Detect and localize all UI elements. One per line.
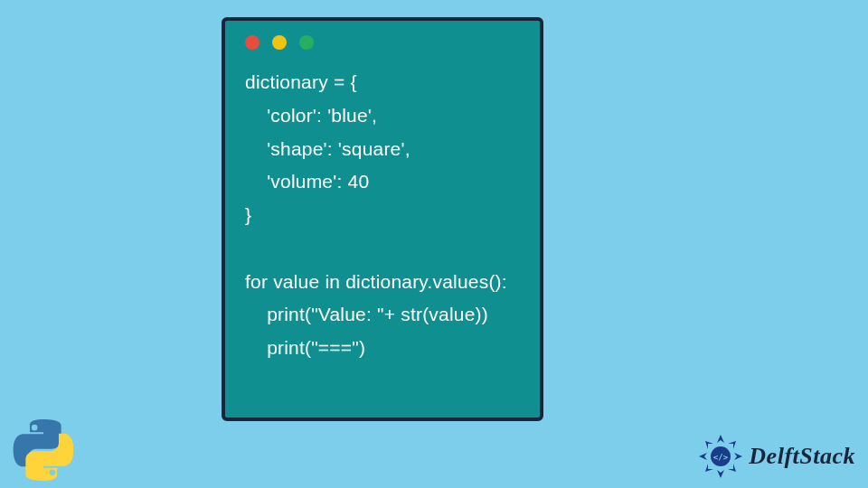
svg-marker-3 bbox=[699, 453, 707, 460]
svg-text:</>: </> bbox=[713, 453, 729, 462]
svg-marker-1 bbox=[734, 453, 742, 460]
brand-badge: </> DelftStack bbox=[698, 434, 855, 479]
code-snippet-card: dictionary = { 'color': 'blue', 'shape':… bbox=[222, 17, 543, 421]
svg-marker-7 bbox=[705, 441, 713, 449]
svg-marker-2 bbox=[717, 470, 724, 478]
python-icon bbox=[11, 418, 76, 483]
close-icon bbox=[245, 35, 259, 50]
delftstack-icon: </> bbox=[698, 434, 743, 479]
code-block: dictionary = { 'color': 'blue', 'shape':… bbox=[225, 50, 540, 365]
svg-marker-5 bbox=[728, 464, 736, 472]
minimize-icon bbox=[272, 35, 287, 50]
maximize-icon bbox=[299, 35, 314, 50]
window-controls bbox=[225, 21, 540, 50]
svg-marker-0 bbox=[717, 435, 724, 443]
svg-marker-6 bbox=[705, 464, 713, 472]
svg-marker-4 bbox=[728, 441, 736, 449]
brand-name: DelftStack bbox=[749, 443, 855, 470]
